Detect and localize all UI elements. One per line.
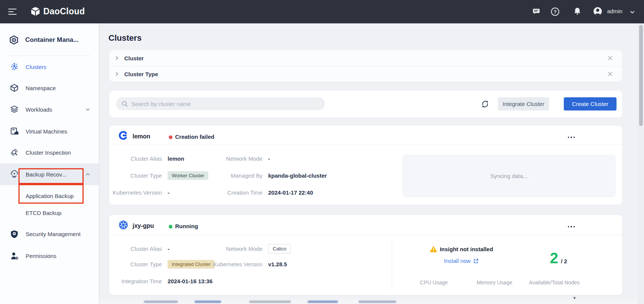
vertical-divider — [392, 241, 392, 290]
field-row: Kubernetes Version - — [109, 186, 169, 199]
backup-recovery-icon — [10, 170, 18, 179]
field-label: Kubernetes Version — [109, 189, 162, 196]
integrate-cluster-button[interactable]: Integrate Cluster — [498, 97, 549, 111]
sidebar-item-permissions[interactable]: Permissions — [0, 248, 99, 263]
status-dot-running — [169, 225, 172, 229]
sidebar-item-workloads[interactable]: Workloads — [0, 102, 99, 117]
help-icon[interactable]: ? — [551, 8, 559, 16]
virtual-machines-icon — [10, 127, 18, 135]
notification-bell-icon[interactable] — [573, 7, 582, 16]
sidebar-item-label: Application Backup — [26, 193, 74, 199]
metric-cpu-usage: CPU Usage — [420, 279, 448, 286]
field-label: Managed By — [185, 172, 262, 179]
sidebar-item-cluster-inspection[interactable]: Cluster Inspection — [0, 145, 99, 160]
field-label: Kubernetes Version — [185, 261, 262, 267]
namespace-icon — [10, 84, 18, 92]
sidebar-item-security-management[interactable]: Security Management — [0, 226, 99, 241]
more-actions-button[interactable] — [563, 221, 580, 232]
chevron-down-icon[interactable] — [85, 107, 90, 112]
partial-content-strip — [99, 299, 638, 304]
hamburger-menu-icon[interactable] — [8, 8, 17, 15]
search-box[interactable] — [116, 97, 325, 110]
cluster-logo-icon — [118, 131, 128, 142]
field-row: Cluster Alias lemon — [109, 152, 184, 165]
sidebar-item-label: Backup Recov... — [26, 171, 66, 178]
field-value: v1.28.5 — [268, 261, 287, 267]
divider — [109, 235, 622, 235]
chevron-right-icon[interactable] — [114, 55, 120, 61]
username[interactable]: admin — [607, 8, 623, 14]
field-value: - — [168, 189, 169, 196]
daocloud-logo-icon — [30, 6, 41, 17]
field-label: Cluster Type — [109, 172, 162, 179]
sidebar-item-label: Cluster Inspection — [26, 149, 71, 156]
refresh-icon[interactable] — [481, 100, 489, 108]
field-value: lemon — [168, 155, 184, 162]
sidebar-item-label: Security Management — [26, 231, 81, 237]
field-label: Cluster Alias — [109, 246, 162, 252]
cluster-name[interactable]: lemon — [133, 133, 150, 140]
sidebar-item-label: Virtual Machines — [26, 128, 67, 135]
sidebar-item-label: Namespace — [26, 85, 56, 91]
sidebar: Container Mana... Clusters Namespace — [0, 23, 99, 304]
sidebar-item-label: Workloads — [26, 106, 52, 113]
field-row: Creation Time 2024-01-17 22:40 — [185, 186, 313, 199]
clusters-icon — [10, 63, 18, 71]
field-value: - — [168, 246, 169, 252]
sidebar-item-label: Clusters — [26, 64, 46, 70]
field-label: Network Mode — [185, 246, 262, 252]
install-now-label: Install now — [444, 258, 471, 264]
topbar: DaoCloud ? admin — [0, 0, 644, 23]
container-management-icon — [9, 35, 19, 45]
sidebar-item-namespace[interactable]: Namespace — [0, 80, 99, 95]
insight-warning-text: Insight not installed — [440, 246, 493, 252]
sidebar-item-backup-recovery[interactable]: Backup Recov... — [0, 163, 99, 185]
filter-label[interactable]: Cluster Type — [124, 71, 158, 77]
more-actions-button[interactable] — [563, 132, 580, 143]
sidebar-item-application-backup[interactable]: Application Backup — [0, 188, 99, 203]
cluster-name[interactable]: jxy-gpu — [133, 223, 154, 229]
field-row: Managed By kpanda-global-cluster — [185, 169, 327, 182]
field-row: Integration Time 2024-01-16 13:36 — [109, 275, 212, 287]
workloads-icon — [10, 105, 18, 114]
syncing-text: Syncing data... — [490, 173, 528, 179]
module-header[interactable]: Container Mana... — [9, 35, 79, 45]
field-label: Network Mode — [185, 155, 262, 162]
install-now-link[interactable]: Install now — [444, 258, 479, 264]
main-content: Clusters Cluster Cluster Type — [99, 23, 638, 304]
brand-name: DaoCloud — [43, 6, 85, 17]
toolbar: Integrate Cluster Create Cluster — [109, 91, 622, 118]
status-text: Creation failed — [175, 134, 214, 140]
external-link-icon — [473, 258, 479, 264]
sidebar-item-virtual-machines[interactable]: Virtual Machines — [0, 124, 99, 139]
user-chevron-down-icon[interactable] — [630, 9, 639, 18]
chevron-right-icon[interactable] — [114, 71, 120, 77]
field-label: Creation Time — [185, 189, 262, 196]
field-label: Cluster Type — [109, 261, 162, 267]
avatar[interactable] — [593, 6, 602, 15]
chat-icon[interactable] — [532, 7, 541, 16]
scroll-down-arrow-icon[interactable]: ▼ — [572, 296, 577, 300]
create-cluster-button[interactable]: Create Cluster — [564, 97, 617, 111]
vertical-scrollbar[interactable] — [638, 23, 644, 304]
field-row: Network Mode Calico — [185, 242, 291, 255]
permissions-icon — [10, 252, 18, 260]
insight-block: Insight not installed Install now — [399, 245, 523, 264]
filter-label[interactable]: Cluster — [124, 55, 144, 61]
page-title: Clusters — [108, 33, 142, 43]
metric-memory-usage: Memory Usage — [477, 279, 513, 286]
network-mode-badge: Calico — [268, 244, 291, 253]
field-label: Integration Time — [109, 278, 162, 284]
scrollbar-thumb[interactable] — [639, 25, 643, 126]
sidebar-item-clusters[interactable]: Clusters — [0, 59, 99, 74]
field-row: Cluster Alias - — [109, 242, 169, 255]
chevron-up-icon[interactable] — [85, 172, 90, 177]
sidebar-item-etcd-backup[interactable]: ETCD Backup — [0, 205, 99, 220]
filter-row-cluster-type: Cluster Type — [109, 66, 622, 81]
sidebar-item-label: ETCD Backup — [26, 210, 61, 216]
search-input[interactable] — [131, 101, 320, 107]
close-icon[interactable] — [607, 55, 613, 61]
close-icon[interactable] — [607, 71, 613, 77]
field-value: - — [268, 155, 270, 162]
search-icon — [121, 100, 128, 107]
